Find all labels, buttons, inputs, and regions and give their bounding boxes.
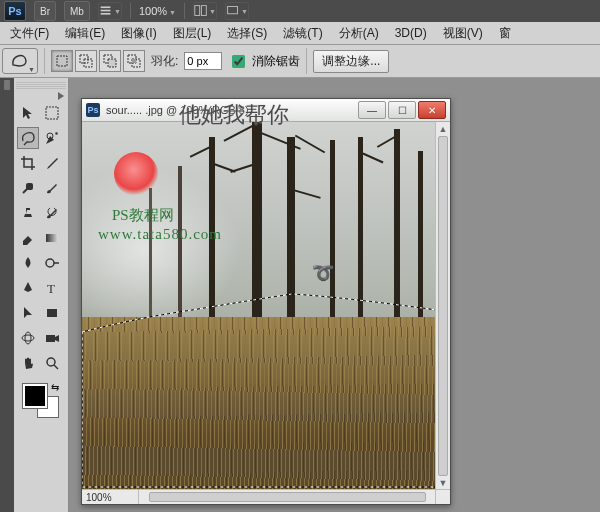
- antialias-label: 消除锯齿: [252, 53, 300, 70]
- svg-rect-14: [46, 107, 58, 119]
- menu-edit[interactable]: 编辑(E): [57, 23, 113, 44]
- svg-text:T: T: [47, 281, 55, 296]
- crop-tool[interactable]: [17, 152, 39, 174]
- blur-tool[interactable]: [17, 252, 39, 274]
- svg-rect-10: [108, 59, 116, 67]
- type-tool[interactable]: T: [41, 277, 63, 299]
- eraser-tool[interactable]: [17, 227, 39, 249]
- svg-rect-17: [46, 234, 58, 242]
- 3d-rotate-tool[interactable]: [17, 327, 39, 349]
- separator: [130, 3, 131, 19]
- zoom-level-dropdown[interactable]: 100%: [139, 5, 176, 17]
- menu-select[interactable]: 选择(S): [219, 23, 275, 44]
- zoom-tool[interactable]: [41, 352, 63, 374]
- selection-subtract-icon[interactable]: [99, 50, 121, 72]
- svg-rect-23: [46, 335, 55, 342]
- panel-dock-strip[interactable]: [0, 78, 14, 512]
- image-content: PS教程网 www.tata580.com ➰: [82, 122, 436, 490]
- resize-corner[interactable]: [435, 489, 450, 504]
- arrange-documents-button[interactable]: [193, 2, 217, 20]
- gradient-tool[interactable]: [41, 227, 63, 249]
- document-icon: Ps: [86, 103, 100, 117]
- minimize-button[interactable]: —: [358, 101, 386, 119]
- menu-3d[interactable]: 3D(D): [387, 24, 435, 42]
- document-title: sour..... .jpg @ 100%(RGB/8): [106, 104, 352, 116]
- path-selection-tool[interactable]: [17, 302, 39, 324]
- menu-layer[interactable]: 图层(L): [165, 23, 220, 44]
- menu-file[interactable]: 文件(F): [2, 23, 57, 44]
- flyout-icon: [58, 92, 64, 100]
- swap-colors-icon[interactable]: ⇆: [51, 382, 59, 393]
- workspace-area: T ⇆ 他她我帮你 Ps sour..... .jpg @ 100%(RGB/8…: [0, 78, 600, 512]
- selection-intersect-icon[interactable]: [123, 50, 145, 72]
- svg-rect-2: [101, 13, 111, 15]
- rectangle-shape-tool[interactable]: [41, 302, 63, 324]
- separator: [306, 48, 307, 74]
- antialias-checkbox-input[interactable]: [232, 55, 245, 68]
- tool-preset-picker[interactable]: [2, 48, 38, 74]
- 3d-camera-tool[interactable]: [41, 327, 63, 349]
- pen-tool[interactable]: [17, 277, 39, 299]
- eyedropper-tool[interactable]: [41, 152, 63, 174]
- refine-edge-button[interactable]: 调整边缘...: [313, 50, 389, 73]
- separator: [44, 48, 45, 74]
- svg-rect-5: [228, 7, 238, 14]
- menu-filter[interactable]: 滤镜(T): [275, 23, 330, 44]
- quick-selection-tool[interactable]: [41, 127, 63, 149]
- scroll-thumb[interactable]: [438, 136, 448, 476]
- svg-rect-6: [57, 56, 67, 66]
- feather-input[interactable]: [184, 52, 222, 70]
- selection-add-icon[interactable]: [75, 50, 97, 72]
- menu-analysis[interactable]: 分析(A): [331, 23, 387, 44]
- tools-panel: T ⇆: [14, 78, 69, 512]
- screen-mode-button[interactable]: [225, 2, 249, 20]
- rectangular-marquee-tool[interactable]: [41, 102, 63, 124]
- history-brush-tool[interactable]: [41, 202, 63, 224]
- foreground-color-swatch[interactable]: [23, 384, 47, 408]
- panel-flyout[interactable]: [16, 92, 66, 100]
- color-swatches[interactable]: ⇆: [21, 382, 61, 420]
- scroll-up-icon[interactable]: ▲: [436, 122, 450, 136]
- document-titlebar[interactable]: Ps sour..... .jpg @ 100%(RGB/8) — ☐ ✕: [82, 99, 450, 122]
- bridge-button[interactable]: Br: [34, 1, 56, 21]
- mini-bridge-button[interactable]: Mb: [64, 1, 90, 21]
- svg-point-24: [47, 358, 55, 366]
- status-zoom-value[interactable]: 100%: [82, 490, 139, 504]
- maximize-button[interactable]: ☐: [388, 101, 416, 119]
- canvas-workspace: 他她我帮你 Ps sour..... .jpg @ 100%(RGB/8) — …: [69, 78, 600, 512]
- menu-image[interactable]: 图像(I): [113, 23, 164, 44]
- view-extras-button[interactable]: [98, 2, 122, 20]
- document-canvas[interactable]: PS教程网 www.tata580.com ➰ ▲ ▼ 100%: [82, 122, 450, 504]
- move-tool[interactable]: [17, 102, 39, 124]
- menu-bar: 文件(F) 编辑(E) 图像(I) 图层(L) 选择(S) 滤镜(T) 分析(A…: [0, 22, 600, 45]
- lasso-tool[interactable]: [17, 127, 39, 149]
- svg-rect-4: [201, 6, 206, 16]
- horizontal-scrollbar[interactable]: 100%: [82, 489, 436, 504]
- options-bar: 羽化: 消除锯齿 调整边缘...: [0, 45, 600, 78]
- close-button[interactable]: ✕: [418, 101, 446, 119]
- healing-brush-tool[interactable]: [17, 177, 39, 199]
- dodge-tool[interactable]: [41, 252, 63, 274]
- scroll-down-icon[interactable]: ▼: [436, 476, 450, 490]
- brush-tool[interactable]: [41, 177, 63, 199]
- separator: [184, 3, 185, 19]
- selection-marquee: [82, 122, 436, 490]
- selection-new-icon[interactable]: [51, 50, 73, 72]
- menu-window[interactable]: 窗: [491, 23, 519, 44]
- svg-point-22: [25, 332, 31, 344]
- svg-rect-3: [195, 6, 200, 16]
- svg-rect-20: [47, 309, 57, 317]
- scroll-thumb[interactable]: [149, 492, 426, 502]
- svg-rect-16: [26, 183, 33, 190]
- panel-grip[interactable]: [16, 82, 66, 89]
- vertical-scrollbar[interactable]: ▲ ▼: [435, 122, 450, 490]
- hand-tool[interactable]: [17, 352, 39, 374]
- dock-nub-icon: [4, 80, 10, 90]
- antialias-checkbox[interactable]: 消除锯齿: [228, 52, 300, 71]
- clone-stamp-tool[interactable]: [17, 202, 39, 224]
- menu-view[interactable]: 视图(V): [435, 23, 491, 44]
- svg-rect-13: [132, 59, 136, 63]
- photoshop-logo-icon: Ps: [4, 1, 26, 21]
- window-buttons: — ☐ ✕: [358, 101, 446, 119]
- svg-rect-1: [101, 10, 111, 12]
